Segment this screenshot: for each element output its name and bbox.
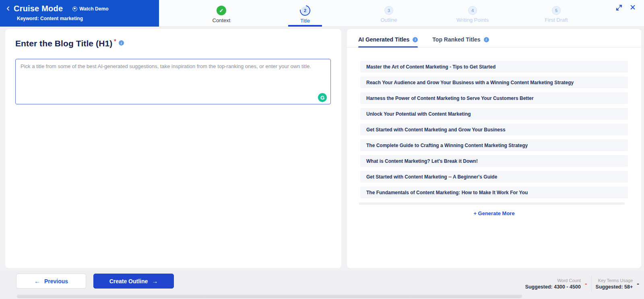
step-first-draft[interactable]: 5 First Draft — [514, 0, 598, 27]
window-bottom-shadow — [17, 295, 522, 298]
info-icon[interactable]: i — [413, 37, 418, 42]
back-icon[interactable]: ‹ — [6, 4, 10, 12]
title-suggestion-item[interactable]: Get Started with Content Marketing -- A … — [360, 171, 628, 183]
watch-demo-button[interactable]: Watch Demo — [72, 6, 108, 12]
app-title: Cruise Mode — [14, 4, 63, 13]
title-suggestion-item[interactable]: Harness the Power of Content Marketing t… — [360, 92, 628, 104]
top-header-bar: ‹ Cruise Mode Watch Demo Keyword: Conten… — [0, 0, 644, 27]
wizard-stepper: ✓ Context 2 Title 3 Outline 4 Writing Po… — [180, 0, 598, 27]
progress-ring-icon: 2 — [298, 3, 312, 18]
footer-stats: Word Count Suggested: 4300 - 4500 - Key … — [525, 275, 639, 293]
tab-ai-generated-titles[interactable]: AI Generated Titles i — [358, 36, 418, 47]
keyword-label: Keyword: Content marketing — [17, 16, 153, 21]
previous-button[interactable]: ← Previous — [16, 274, 86, 289]
title-suggestion-item[interactable]: Master the Art of Content Marketing - Ti… — [360, 61, 628, 73]
title-suggestion-item[interactable]: The Fundamentals of Content Marketing: H… — [360, 187, 628, 198]
step-number: 2 — [301, 6, 309, 15]
word-count-indicator-icon: - — [585, 282, 587, 286]
active-step-underline — [288, 25, 322, 27]
required-asterisk: * — [114, 38, 116, 44]
previous-label: Previous — [44, 278, 68, 284]
step-label: Outline — [380, 17, 397, 23]
step-label: Writing Points — [456, 17, 489, 23]
title-suggestion-item[interactable]: Unlock Your Potential with Content Marke… — [360, 108, 628, 120]
title-suggestion-item[interactable]: Get Started with Content Marketing and G… — [360, 124, 628, 135]
brand-block: ‹ Cruise Mode Watch Demo Keyword: Conten… — [0, 0, 159, 27]
cruise-mode-window: ‹ Cruise Mode Watch Demo Keyword: Conten… — [0, 0, 644, 299]
expand-icon[interactable] — [615, 4, 623, 12]
tab-label: Top Ranked Titles — [432, 36, 480, 43]
close-icon[interactable]: ✕ — [629, 4, 637, 12]
key-terms-stat: Key Terms Usage Suggested: 58+ — [596, 278, 633, 290]
left-arrow-icon: ← — [34, 278, 40, 284]
key-terms-label: Key Terms Usage — [596, 278, 633, 283]
page-title: Enter the Blog Title (H1) — [15, 39, 112, 48]
ai-titles-list: Master the Art of Content Marketing - Ti… — [347, 48, 641, 216]
step-title[interactable]: 2 Title — [263, 0, 347, 27]
create-outline-label: Create Outline — [109, 278, 148, 284]
title-suggestion-item[interactable]: What is Content Marketing? Let's Break i… — [360, 155, 628, 167]
right-arrow-icon: → — [152, 278, 158, 284]
info-icon[interactable]: i — [484, 37, 489, 42]
step-writing-points[interactable]: 4 Writing Points — [431, 0, 514, 27]
word-count-stat: Word Count Suggested: 4300 - 4500 — [525, 278, 581, 290]
watch-demo-label: Watch Demo — [79, 6, 108, 12]
tab-top-ranked-titles[interactable]: Top Ranked Titles i — [432, 36, 489, 47]
key-terms-suggested: Suggested: 58+ — [596, 284, 633, 290]
step-label: Context — [213, 17, 231, 23]
grammarly-icon[interactable]: G — [318, 93, 327, 102]
blog-title-input[interactable] — [15, 59, 331, 104]
info-icon[interactable]: i — [119, 40, 124, 46]
step-number: 5 — [552, 6, 561, 15]
window-actions: ✕ — [615, 4, 637, 12]
footer-bar: ← Previous Create Outline → Word Count S… — [0, 271, 644, 299]
key-terms-indicator-icon: - — [637, 282, 639, 286]
step-label: Title — [300, 18, 310, 24]
titles-panel: AI Generated Titles i Top Ranked Titles … — [347, 29, 641, 268]
step-outline[interactable]: 3 Outline — [347, 0, 431, 27]
titles-tabs: AI Generated Titles i Top Ranked Titles … — [347, 29, 641, 48]
word-count-suggested: Suggested: 4300 - 4500 — [525, 284, 581, 290]
play-record-icon — [72, 6, 77, 11]
step-label: First Draft — [545, 17, 568, 23]
step-number: 4 — [468, 6, 477, 15]
stats-divider — [591, 276, 592, 292]
title-suggestion-item[interactable]: The Complete Guide to Crafting a Winning… — [360, 139, 628, 151]
tab-label: AI Generated Titles — [358, 36, 409, 43]
generate-more-button[interactable]: + Generate More — [360, 210, 628, 216]
create-outline-button[interactable]: Create Outline → — [93, 274, 174, 289]
title-suggestion-item[interactable]: Reach Your Audience and Grow Your Busine… — [360, 77, 628, 88]
blog-title-panel: Enter the Blog Title (H1) * i G — [5, 29, 341, 268]
word-count-label: Word Count — [525, 278, 581, 283]
step-number: 3 — [384, 6, 393, 15]
check-icon: ✓ — [217, 6, 226, 15]
step-context[interactable]: ✓ Context — [180, 0, 263, 27]
scrollbar[interactable] — [359, 202, 625, 205]
